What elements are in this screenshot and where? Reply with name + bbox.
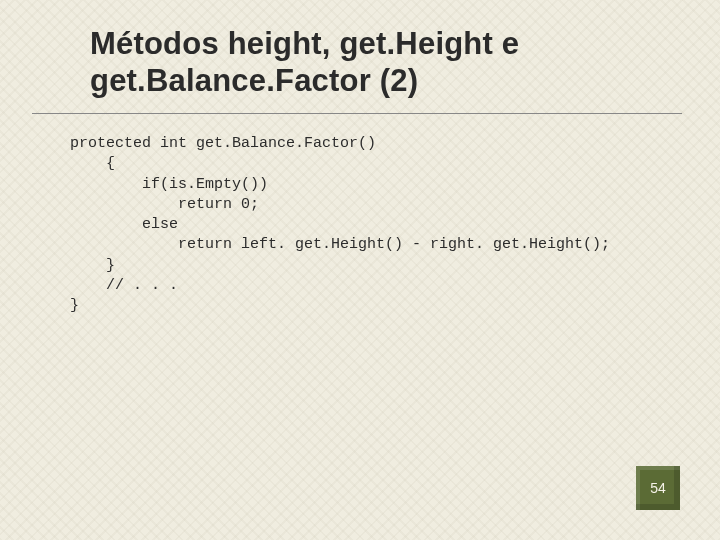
title-line-2: get.Balance.Factor (2)	[90, 63, 418, 98]
code-block: protected int get.Balance.Factor() { if(…	[0, 114, 720, 316]
page-number: 54	[650, 480, 666, 496]
title-line-1: Métodos height, get.Height e	[90, 26, 519, 61]
page-number-badge: 54	[636, 466, 680, 510]
slide: Métodos height, get.Height e get.Balance…	[0, 0, 720, 540]
slide-title: Métodos height, get.Height e get.Balance…	[0, 26, 720, 99]
